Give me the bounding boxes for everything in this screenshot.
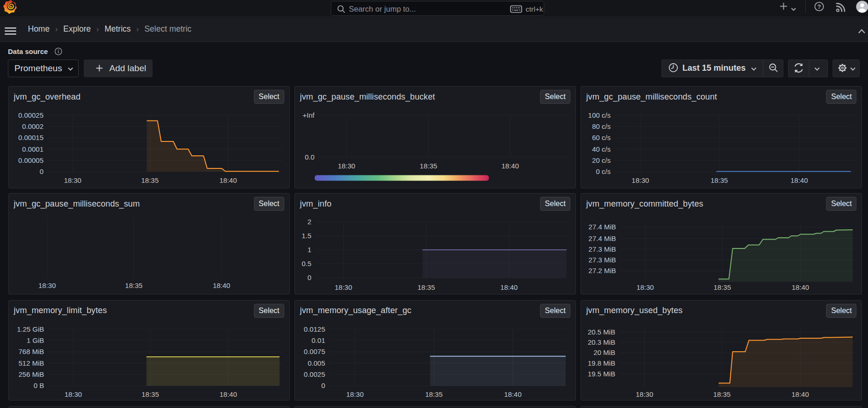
svg-text:0.005: 0.005 [307,359,325,367]
svg-text:18:30: 18:30 [38,281,56,289]
svg-text:18:30: 18:30 [64,390,82,398]
svg-text:18:40: 18:40 [504,390,522,398]
svg-text:20.5 MiB: 20.5 MiB [588,328,615,335]
svg-text:0.00015: 0.00015 [18,134,43,141]
svg-text:18:40: 18:40 [501,162,519,170]
svg-text:18:30: 18:30 [64,176,81,184]
svg-text:27.4 MiB: 27.4 MiB [588,234,616,242]
svg-text:256 MiB: 256 MiB [18,370,44,378]
svg-text:27.3 MiB: 27.3 MiB [588,245,616,253]
svg-text:18:35: 18:35 [417,283,435,291]
svg-text:18:35: 18:35 [141,390,159,398]
svg-text:0: 0 [321,381,325,389]
svg-text:100 c/s: 100 c/s [588,111,611,119]
svg-text:2: 2 [307,218,311,226]
svg-text:0.0125: 0.0125 [304,325,325,333]
svg-text:20 MiB: 20 MiB [594,348,615,356]
svg-text:0.0001: 0.0001 [22,145,43,153]
svg-text:768 MiB: 768 MiB [18,348,44,355]
svg-text:18:35: 18:35 [711,176,728,184]
svg-text:20 c/s: 20 c/s [592,156,611,164]
svg-text:27.2 MiB: 27.2 MiB [588,267,616,275]
svg-text:0: 0 [40,167,43,175]
svg-text:18:30: 18:30 [632,176,649,184]
svg-text:0.01: 0.01 [312,336,325,344]
svg-text:18:40: 18:40 [792,390,809,398]
svg-text:18:35: 18:35 [425,390,443,398]
svg-text:18:30: 18:30 [338,162,355,170]
svg-text:0.00025: 0.00025 [18,111,43,119]
svg-text:0 B: 0 B [33,381,44,389]
svg-text:60 c/s: 60 c/s [592,134,611,141]
svg-text:0.0002: 0.0002 [22,122,43,130]
svg-text:18:30: 18:30 [346,390,364,398]
svg-text:40 c/s: 40 c/s [592,145,611,153]
svg-text:18:35: 18:35 [141,176,159,184]
svg-text:18:40: 18:40 [500,283,518,291]
svg-text:19.8 MiB: 19.8 MiB [588,359,615,367]
svg-text:?: ? [817,3,821,10]
svg-text:18:30: 18:30 [334,283,352,291]
svg-text:18:35: 18:35 [713,390,731,398]
svg-text:0.5: 0.5 [301,260,311,268]
svg-text:27.4 MiB: 27.4 MiB [588,223,616,231]
svg-text:0: 0 [307,274,311,282]
svg-text:1.25 GiB: 1.25 GiB [17,325,44,333]
svg-text:18:35: 18:35 [125,281,142,289]
svg-text:18:30: 18:30 [636,283,654,291]
svg-text:18:35: 18:35 [420,162,437,170]
svg-text:80 c/s: 80 c/s [592,122,611,130]
svg-text:1 GiB: 1 GiB [27,336,44,344]
svg-text:27.3 MiB: 27.3 MiB [588,256,616,264]
svg-text:18:40: 18:40 [790,176,808,184]
svg-text:0.0: 0.0 [305,153,314,161]
svg-text:20.3 MiB: 20.3 MiB [588,338,615,346]
svg-text:0.0025: 0.0025 [304,370,325,378]
svg-text:1.5: 1.5 [301,232,311,240]
svg-text:0 c/s: 0 c/s [596,167,611,175]
svg-text:18:35: 18:35 [714,283,731,291]
svg-text:0.0075: 0.0075 [304,348,325,355]
svg-text:0.00005: 0.00005 [18,156,43,164]
svg-text:18:40: 18:40 [213,281,230,289]
svg-text:18:40: 18:40 [220,390,237,398]
svg-text:18:30: 18:30 [636,390,654,398]
svg-text:1: 1 [307,246,311,254]
svg-text:+Inf: +Inf [302,111,314,119]
svg-text:512 MiB: 512 MiB [18,359,44,367]
svg-text:18:40: 18:40 [792,283,809,291]
svg-text:18:40: 18:40 [219,176,237,184]
svg-text:19.5 MiB: 19.5 MiB [588,369,615,377]
